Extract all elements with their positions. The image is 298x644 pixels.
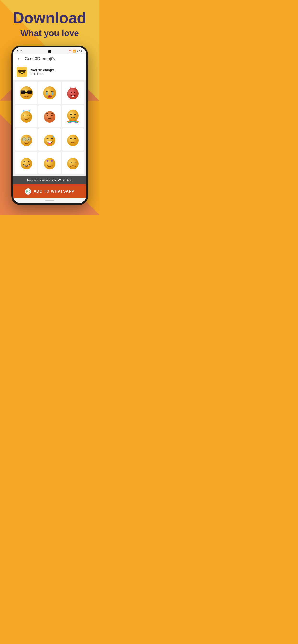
svg-point-15	[67, 88, 79, 100]
svg-rect-6	[28, 91, 30, 92]
svg-point-21	[21, 111, 32, 123]
svg-point-25	[67, 110, 79, 121]
pack-icon: 😎	[17, 66, 27, 77]
page-title: Download	[0, 10, 99, 26]
whatsapp-icon	[25, 188, 31, 194]
emoji-cell-crying[interactable]	[38, 82, 61, 104]
svg-point-8	[46, 92, 48, 95]
page-subtitle: What you love	[0, 28, 99, 38]
svg-rect-18	[72, 96, 73, 97]
phone-bottom-bar	[13, 198, 86, 203]
emoji-cell-sad[interactable]	[62, 152, 84, 174]
svg-point-9	[52, 92, 53, 95]
status-icons: ⏰ 📶 27%	[68, 50, 82, 53]
emoji-cell-grin[interactable]	[15, 152, 37, 174]
svg-point-27	[74, 114, 76, 115]
battery-text: 27%	[77, 50, 82, 52]
add-to-whatsapp-button[interactable]: ADD TO WHATSAPP	[13, 184, 86, 198]
svg-point-24	[51, 115, 53, 116]
emoji-cell-sweat-smile[interactable]	[38, 128, 61, 151]
emoji-cell-angry[interactable]	[38, 105, 61, 128]
svg-point-23	[47, 115, 48, 116]
svg-point-26	[70, 114, 72, 115]
app-bar: ← Cool 3D emoji's	[13, 54, 86, 64]
emoji-grid	[13, 80, 86, 176]
header: Download What you love	[0, 0, 99, 38]
svg-point-44	[67, 158, 79, 170]
svg-point-17	[74, 92, 76, 93]
svg-point-22	[44, 111, 55, 123]
screen-title: Cool 3D emoji's	[25, 56, 55, 61]
emoji-cell-rainbow[interactable]	[62, 105, 84, 128]
svg-rect-19	[73, 96, 74, 97]
svg-point-43	[44, 158, 55, 170]
pack-info: 😎 Cool 3D emoji's Droid Labs	[13, 64, 86, 80]
svg-point-41	[21, 158, 32, 170]
add-whatsapp-label: ADD TO WHATSAPP	[34, 189, 75, 194]
back-button[interactable]: ←	[17, 56, 22, 62]
phone-frame: 9:01 ⏰ 📶 27% ← Cool 3D emoji's �	[11, 46, 88, 205]
svg-point-12	[49, 97, 51, 98]
phone-screen: ← Cool 3D emoji's 😎 Cool 3D emoji's Droi…	[13, 54, 86, 203]
pack-name: Cool 3D emoji's	[30, 68, 54, 72]
wifi-icon: 📶	[73, 50, 76, 53]
svg-point-36	[24, 139, 25, 140]
alarm-icon: ⏰	[68, 50, 72, 53]
status-time: 9:01	[17, 49, 23, 53]
svg-point-39	[48, 142, 51, 144]
toast-text: Now you can add it to WhatsApp	[27, 178, 72, 182]
emoji-cell-devil[interactable]	[62, 82, 84, 104]
camera-hole	[48, 50, 51, 53]
svg-point-16	[71, 92, 72, 93]
emoji-cell-sunglasses[interactable]	[15, 82, 37, 104]
phone-top: 9:01 ⏰ 📶 27%	[13, 48, 86, 54]
emoji-cell-angel[interactable]	[15, 105, 37, 128]
emoji-cell-nerd[interactable]	[15, 128, 37, 151]
svg-point-37	[28, 139, 29, 140]
home-indicator	[45, 200, 54, 201]
toast-message: Now you can add it to WhatsApp	[13, 176, 86, 184]
pack-author: Droid Labs	[30, 72, 54, 76]
emoji-cell-smirk[interactable]	[62, 128, 84, 151]
background: Download What you love 9:01 ⏰ 📶 27% ←	[0, 0, 99, 215]
emoji-cell-heart-eyes[interactable]	[38, 152, 61, 174]
svg-point-40	[67, 135, 79, 146]
pack-details: Cool 3D emoji's Droid Labs	[30, 68, 54, 76]
phone-mockup: 9:01 ⏰ 📶 27% ← Cool 3D emoji's �	[0, 46, 99, 205]
svg-rect-5	[21, 91, 23, 92]
